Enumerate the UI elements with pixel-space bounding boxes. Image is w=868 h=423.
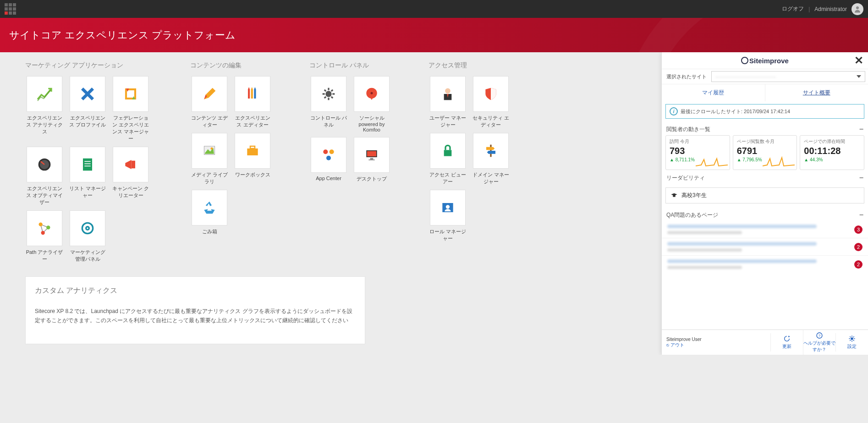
tile-experience-profile[interactable]: エクスペリエンス プロファイル [68, 76, 107, 142]
topbar: ログオフ | Administrator [0, 0, 868, 18]
tile-label: App Center [309, 176, 348, 181]
tile-media-library[interactable]: メディア ライブラリ [190, 133, 229, 185]
group-title-access: アクセス管理 [429, 61, 516, 70]
monitor-icon [363, 146, 381, 164]
tile-app-center[interactable]: App Center [309, 137, 348, 182]
tile-campaign-creator[interactable]: キャンペーン クリエーター [111, 147, 150, 206]
collapse-visitors[interactable]: − [859, 125, 863, 133]
svg-marker-60 [487, 151, 495, 154]
tile-label: コントロール パネル [309, 115, 348, 128]
help-button[interactable]: ? ヘルプが必要ですか？ [803, 330, 835, 355]
help-icon: ? [816, 332, 823, 339]
gear-icon [319, 85, 338, 103]
siteimprove-panel: Siteimprove ✕ 選択されたサイト ———————————— マイ履歴… [661, 52, 868, 355]
megaphone-icon [121, 155, 140, 174]
refresh-icon [783, 335, 791, 342]
tile-recycle-bin[interactable]: ごみ箱 [190, 190, 229, 235]
tile-label: リスト マネージャー [68, 185, 107, 199]
signpost-icon [482, 142, 500, 160]
stat-pageviews[interactable]: ページ閲覧数 今月 6791 ▲ 7,796.5% [733, 135, 797, 170]
svg-point-49 [326, 156, 331, 160]
stats-row: 訪問 今月 793 ▲ 8,711.1% ページ閲覧数 今月 6791 ▲ 7,… [662, 135, 868, 170]
launchpad: マーケティング アプリケーション エクスペリエンス アナリティクス エクスペリエ… [0, 52, 661, 344]
close-button[interactable]: ✕ [854, 54, 863, 67]
svg-point-21 [87, 227, 88, 229]
apps-grid-button[interactable] [5, 3, 16, 15]
svg-line-41 [331, 97, 333, 98]
tile-label: ロール マネージャー [429, 228, 467, 242]
shield-icon [482, 85, 500, 103]
collapse-qa[interactable]: − [859, 211, 863, 219]
tile-label: キャンペーン クリエーター [111, 185, 150, 199]
tile-experience-optimizer[interactable]: エクスペリエンス オプティマイザー [25, 147, 64, 206]
qa-item[interactable]: 2 [662, 255, 868, 273]
stat-label: 訪問 今月 [670, 138, 726, 145]
selected-site-dropdown[interactable]: ———————————— [711, 71, 865, 82]
tile-marketing-control-panel[interactable]: マーケティング管理パネル [68, 210, 107, 263]
tile-role-manager[interactable]: ロール マネージャー [429, 190, 467, 242]
tile-experience-analytics[interactable]: エクスペリエンス アナリティクス [25, 76, 64, 142]
group-title-content: コンテンツの編集 [190, 61, 277, 70]
tab-my-history[interactable]: マイ履歴 [662, 84, 765, 101]
stat-time-on-page[interactable]: ページでの滞在時間 00:11:28 ▲ 44.3% [800, 135, 864, 170]
tile-label: ユーザー マネージャー [429, 115, 467, 128]
svg-point-17 [46, 225, 50, 229]
tile-domain-manager[interactable]: ドメイン マネージャー [472, 133, 510, 185]
svg-marker-45 [370, 97, 374, 100]
stat-delta: ▲ 44.3% [804, 157, 860, 162]
tile-control-panel[interactable]: コントロール パネル [309, 76, 348, 132]
group-access: アクセス管理 ユーザー マネージャー セキュリティ エディター アクセス [429, 61, 516, 263]
svg-text:?: ? [819, 334, 821, 338]
stat-visits[interactable]: 訪問 今月 793 ▲ 8,711.1% [665, 135, 730, 170]
tile-user-manager[interactable]: ユーザー マネージャー [429, 76, 467, 128]
qa-section-title: QA問題のあるページ [666, 211, 718, 219]
qa-item[interactable]: 2 [662, 238, 868, 255]
last-crawled-notice: i 最後にクロールしたサイト: 2017/09/24 17:42:14 [665, 104, 864, 119]
tile-label: デスクトップ [352, 176, 391, 182]
svg-line-40 [324, 90, 326, 91]
tile-security-editor[interactable]: セキュリティ エディター [472, 76, 510, 128]
gauge-icon [35, 155, 54, 174]
tile-access-viewer[interactable]: アクセス ビューアー [429, 133, 467, 185]
pencil-icon [200, 85, 219, 103]
briefcase-icon [243, 142, 262, 160]
svg-marker-63 [857, 75, 861, 78]
tile-label: ドメイン マネージャー [472, 171, 510, 185]
siteimprove-user[interactable]: Siteimprove User ⎋ アウト [662, 334, 770, 351]
svg-point-35 [325, 91, 331, 97]
tile-list-manager[interactable]: リスト マネージャー [68, 147, 107, 206]
tile-social-komfo[interactable]: ソーシャル powered by Komfoo [352, 76, 391, 132]
siteimprove-logo-text: Siteimprove [741, 57, 789, 65]
svg-point-16 [39, 223, 43, 226]
logoff-link[interactable]: ログオフ [782, 5, 804, 13]
tile-workbox[interactable]: ワークボックス [233, 133, 272, 185]
tile-experience-editor[interactable]: エクスペリエンス エディター [233, 76, 272, 128]
info-icon: i [670, 107, 678, 115]
svg-point-69 [851, 337, 853, 340]
svg-rect-53 [368, 159, 374, 160]
username-label[interactable]: Administrator [814, 6, 847, 12]
svg-marker-27 [248, 87, 250, 89]
refresh-button[interactable]: 更新 [770, 333, 803, 352]
page-title: サイトコア エクスペリエンス プラットフォーム [9, 28, 236, 42]
svg-rect-12 [132, 161, 135, 169]
qa-item[interactable]: 3 [662, 221, 868, 238]
svg-rect-57 [444, 150, 452, 156]
settings-button[interactable]: 設定 [835, 333, 868, 352]
selected-site-value: ———————————— [715, 74, 776, 79]
tab-site-overview[interactable]: サイト概要 [765, 84, 868, 101]
qa-count-badge: 2 [854, 243, 863, 251]
tile-desktop[interactable]: デスクトップ [352, 137, 391, 182]
svg-line-42 [331, 90, 333, 91]
user-avatar[interactable] [852, 3, 863, 15]
tile-label: ワークボックス [233, 171, 272, 178]
tile-federated-experience-manager[interactable]: フェデレーション エクスペリエンス マネージャー [111, 76, 150, 142]
lock-icon [439, 142, 457, 160]
svg-marker-28 [251, 87, 253, 89]
tile-path-analyzer[interactable]: Path アナライザー [25, 210, 64, 263]
tile-label: エクスペリエンス エディター [233, 115, 272, 128]
list-doc-icon [78, 155, 97, 174]
svg-rect-51 [367, 151, 376, 157]
tile-content-editor[interactable]: コンテンツ エディター [190, 76, 229, 128]
collapse-readability[interactable]: − [859, 174, 863, 182]
